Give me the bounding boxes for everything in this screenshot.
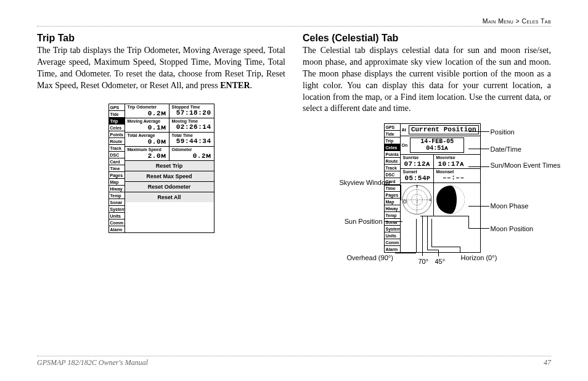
moonrise-value: 10:17ᴀ <box>436 160 465 168</box>
celes-tab-paragraph: The Celestial tab displays celestial dat… <box>303 45 551 115</box>
svg-text:N: N <box>415 185 418 188</box>
nav-trip: Trip <box>109 118 125 125</box>
celes-tab-heading: Celes (Celestial) Tab <box>303 33 551 44</box>
trip-tab-paragraph: The Trip tab displays the Trip Odometer,… <box>37 45 285 92</box>
trip-odometer: 0.2ᴍ <box>128 109 166 117</box>
callout-seventy: 70° <box>419 258 429 266</box>
position-field: Current Position <box>409 125 479 134</box>
moon-phase-display <box>434 183 467 216</box>
reset-all-button: Reset All <box>125 192 214 202</box>
reset-trip-button: Reset Trip <box>125 161 214 171</box>
celes-screenshot: GPS Tide Trip Celes Points Route Track D… <box>384 123 481 253</box>
callout-moonphase: Moon Phase <box>491 202 529 210</box>
trip-screenshot: GPS Tide Trip Celes Points Route Track D… <box>108 104 214 233</box>
svg-point-7 <box>403 200 406 203</box>
stopped-time: 57:18:20 <box>172 109 211 117</box>
nav-temp: Temp <box>109 192 125 199</box>
svg-line-13 <box>406 203 406 203</box>
footer-title: GPSMAP 182/182C Owner's Manual <box>37 358 148 367</box>
nav-dsc: DSC <box>109 152 125 158</box>
trip-nav-column: GPS Tide Trip Celes Points Route Track D… <box>109 104 125 232</box>
moving-average: 0.1ᴍ <box>128 123 166 131</box>
trip-tab-heading: Trip Tab <box>37 33 285 44</box>
total-time: 59:44:34 <box>172 137 211 145</box>
svg-line-15 <box>406 200 406 200</box>
moon-icon <box>417 200 419 203</box>
nav-gps: GPS <box>109 104 125 111</box>
callout-position: Position <box>491 128 515 136</box>
nav-route: Route <box>109 138 125 145</box>
callout-events: Sun/Moon Event Times <box>491 162 561 170</box>
breadcrumb-left: Main Menu <box>483 17 513 25</box>
nav-system: System <box>109 206 125 213</box>
breadcrumb-right: Celes Tab <box>521 17 551 25</box>
reset-max-speed-button: Reset Max Speed <box>125 171 214 182</box>
nav-alarm: Alarm <box>109 226 125 232</box>
callout-fortyfive: 45° <box>435 258 446 266</box>
callout-datetime: Date/Time <box>491 145 521 154</box>
page-number: 47 <box>544 358 551 367</box>
moonset-value: ––:–– <box>436 174 465 181</box>
callout-overhead: Overhead (90°) <box>347 254 393 262</box>
nav-map: Map <box>109 179 125 186</box>
nav-hiway: Hiway <box>109 186 125 192</box>
celes-nav-column: GPS Tide Trip Celes Points Route Track D… <box>385 124 401 252</box>
callout-sunpos: Sun Position <box>335 218 383 226</box>
nav-tide: Tide <box>109 111 125 118</box>
sunset-value: 05:54ᴘ <box>403 174 431 182</box>
callout-moonpos: Moon Position <box>491 225 534 233</box>
skyview-window: N E <box>401 183 434 216</box>
date-time-field: 14-FEB-05 04:51ᴀ <box>410 137 464 153</box>
nav-track: Track <box>109 145 125 152</box>
svg-line-14 <box>403 203 404 203</box>
nav-time: Time <box>109 165 125 172</box>
moving-time: 02:26:14 <box>172 123 211 131</box>
breadcrumb: Main Menu > Celes Tab <box>37 17 551 27</box>
svg-line-12 <box>403 200 404 200</box>
nav-card: Card <box>109 158 125 165</box>
nav-units: Units <box>109 213 125 219</box>
odometer: 0.2ᴍ <box>172 152 211 160</box>
reset-odometer-button: Reset Odometer <box>125 182 214 192</box>
celes-figure: GPS Tide Trip Celes Points Route Track D… <box>310 123 544 284</box>
nav-sonar: Sonar <box>109 199 125 206</box>
maximum-speed: 2.0ᴍ <box>128 152 166 160</box>
nav-pages: Pages <box>109 172 125 179</box>
sunrise-value: 07:12ᴀ <box>403 160 431 168</box>
nav-celes: Celes <box>109 125 125 131</box>
callout-horizon: Horizon (0°) <box>461 254 497 262</box>
nav-points: Points <box>109 131 125 138</box>
nav-comm: Comm <box>109 219 125 226</box>
total-average: 0.0ᴍ <box>128 137 166 145</box>
callout-skyview: Skyview Window <box>340 179 383 187</box>
